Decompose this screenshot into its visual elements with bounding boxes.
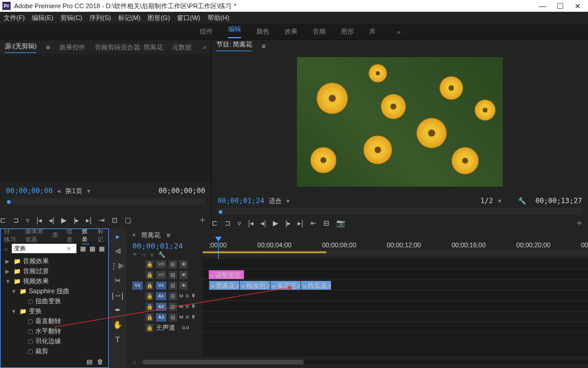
- program-monitor[interactable]: [212, 51, 588, 193]
- wrench-icon[interactable]: 🔧: [518, 197, 526, 205]
- tree-item[interactable]: ▢垂直翻转: [3, 316, 106, 326]
- type-tool-icon[interactable]: T: [115, 335, 120, 344]
- extract-icon[interactable]: ⊟: [323, 219, 329, 227]
- tree-item[interactable]: ▢扭曲变换: [3, 296, 106, 306]
- tab-info[interactable]: 信息: [66, 227, 74, 244]
- timeline-scrollbar[interactable]: [142, 360, 588, 364]
- ws-overflow[interactable]: »: [397, 28, 400, 35]
- menu-marker[interactable]: 标记(M): [118, 14, 141, 22]
- step-fwd-icon[interactable]: ▸|: [298, 219, 303, 227]
- trash-icon[interactable]: 🗑: [97, 358, 103, 365]
- marker-icon[interactable]: ▿: [26, 216, 29, 224]
- export-frame-icon[interactable]: 📷: [336, 219, 345, 227]
- next-frame-icon[interactable]: |▸: [74, 216, 79, 224]
- razor-tool-icon[interactable]: ✂: [115, 276, 121, 285]
- step-back-icon[interactable]: |◂: [248, 219, 253, 227]
- program-tc-in[interactable]: 00;00;01;24: [218, 197, 264, 205]
- snap-icon[interactable]: ⥾: [132, 251, 137, 258]
- track-select-tool-icon[interactable]: ⫷: [114, 247, 122, 256]
- minimize-button[interactable]: —: [539, 2, 546, 11]
- source-v1[interactable]: V1: [132, 281, 143, 290]
- mark-in-icon[interactable]: ⊏: [0, 216, 6, 224]
- track-v2[interactable]: V2: [156, 271, 166, 279]
- mark-out-icon[interactable]: ⊐: [225, 219, 230, 227]
- track-master[interactable]: 主声道: [156, 323, 175, 332]
- preset-bin-icon[interactable]: ▦: [80, 245, 86, 253]
- menu-graphics[interactable]: 图形(G): [148, 14, 170, 22]
- track-a1[interactable]: A1: [156, 292, 166, 300]
- search-input[interactable]: ×: [12, 244, 76, 253]
- tree-item[interactable]: ▢水平翻转: [3, 326, 106, 336]
- preset-bin-icon[interactable]: ▦: [89, 245, 95, 253]
- source-tc-in[interactable]: 00;00;00;00: [6, 187, 52, 195]
- effects-tree[interactable]: ▶📁音频效果▶📁音频过渡▼📁视频效果▼📁Sapphire 扭曲▢扭曲变换▼📁变换…: [1, 255, 108, 356]
- menu-edit[interactable]: 编辑(E): [32, 14, 54, 22]
- track-a3[interactable]: A3: [156, 313, 166, 321]
- sequence-name[interactable]: 简蒿花: [141, 231, 161, 240]
- tab-markers[interactable]: 标记: [98, 227, 105, 244]
- source-tab-audiomixer[interactable]: 音频剪辑混合器: 简蒿花: [95, 43, 163, 52]
- mark-in-icon[interactable]: ⊏: [212, 219, 218, 227]
- ws-effects[interactable]: 效果: [285, 27, 298, 36]
- next-frame-icon[interactable]: |▸: [285, 219, 290, 227]
- preset-bin-icon[interactable]: ▦: [99, 245, 105, 253]
- marker-icon[interactable]: ▿: [238, 219, 241, 227]
- source-tab-effectcontrols[interactable]: 效果控件: [59, 43, 85, 52]
- add-button-icon[interactable]: +: [200, 215, 205, 226]
- track-v1[interactable]: V1: [156, 281, 166, 290]
- slip-tool-icon[interactable]: |↔|: [112, 291, 123, 300]
- timeline-content[interactable]: fx 调整图层 fx 简蒿花.mp4 fx 梳妆照.mp4 fx 菊花花.mp4…: [203, 259, 588, 356]
- menu-help[interactable]: 帮助(H): [208, 14, 229, 22]
- tree-item[interactable]: ▼📁视频效果: [3, 276, 106, 286]
- tree-item[interactable]: ▶📁音频过渡: [3, 266, 106, 276]
- clip-video[interactable]: fx 西瓜蓝.mp4: [300, 281, 331, 290]
- prev-frame-icon[interactable]: ◂|: [260, 219, 266, 227]
- play-icon[interactable]: ▶: [61, 216, 66, 224]
- hand-tool-icon[interactable]: ✋: [113, 320, 122, 329]
- program-fit[interactable]: 适合: [269, 197, 282, 205]
- add-button-icon[interactable]: +: [577, 218, 582, 228]
- step-fwd-icon[interactable]: ▸|: [86, 216, 91, 224]
- link-icon[interactable]: ∩: [142, 251, 146, 258]
- tab-project[interactable]: 目: 练习: [4, 227, 17, 244]
- track-v3[interactable]: V3: [156, 260, 166, 268]
- source-page[interactable]: 第1页: [65, 187, 82, 195]
- timeline-tc[interactable]: 00;00;01;24: [132, 241, 203, 250]
- marker-add-icon[interactable]: ▿: [151, 251, 153, 258]
- program-zoom[interactable]: 1/2: [480, 197, 493, 205]
- step-back-icon[interactable]: |◂: [36, 216, 42, 224]
- settings-icon[interactable]: 🔧: [158, 251, 165, 258]
- source-tab-source[interactable]: 源:(无剪辑): [5, 42, 36, 53]
- close-button[interactable]: ✕: [574, 2, 581, 11]
- clip-video[interactable]: fx 菊花花.mp4: [270, 281, 300, 290]
- tree-item[interactable]: ▢裁剪: [3, 346, 106, 356]
- clip-video[interactable]: fx 简蒿花.mp4: [209, 281, 239, 290]
- ws-library[interactable]: 库: [369, 27, 376, 36]
- clip-video[interactable]: fx 梳妆照.mp4: [239, 281, 270, 290]
- track-a2[interactable]: A2: [156, 303, 166, 311]
- ws-color[interactable]: 颜色: [256, 27, 269, 36]
- source-overflow[interactable]: »: [203, 44, 206, 51]
- tree-item[interactable]: ▼📁变换: [3, 306, 106, 316]
- menu-sequence[interactable]: 序列(S): [89, 14, 111, 22]
- insert-icon[interactable]: ⇥: [99, 216, 105, 224]
- timeline-ruler[interactable]: ;00;0000;00;04;0000;00;08;0000;00;12;000…: [203, 241, 588, 258]
- prev-frame-icon[interactable]: ◂|: [49, 216, 54, 224]
- export-frame-icon[interactable]: ▢: [125, 216, 131, 224]
- tab-media-browser[interactable]: 媒体浏览器: [25, 227, 44, 244]
- pen-tool-icon[interactable]: ✒: [115, 306, 121, 314]
- program-ruler[interactable]: [218, 208, 582, 215]
- tree-item[interactable]: ▢羽化边缘: [3, 336, 106, 346]
- ripple-tool-icon[interactable]: ⋮⫸: [110, 261, 125, 270]
- clear-search-icon[interactable]: ×: [67, 246, 71, 252]
- overwrite-icon[interactable]: ⊡: [112, 216, 118, 224]
- ws-assembly[interactable]: 组件: [200, 27, 213, 36]
- menu-clip[interactable]: 剪辑(C): [61, 14, 82, 22]
- play-icon[interactable]: ▶: [273, 219, 278, 227]
- ws-editing[interactable]: 编辑: [228, 25, 241, 38]
- selection-tool-icon[interactable]: ▸: [116, 232, 120, 241]
- menu-file[interactable]: 文件(F): [4, 14, 25, 22]
- tree-item[interactable]: ▼📁Sapphire 扭曲: [3, 286, 106, 296]
- clip-adjustment[interactable]: fx 调整图层: [209, 270, 244, 279]
- new-bin-icon[interactable]: ▤: [86, 358, 92, 366]
